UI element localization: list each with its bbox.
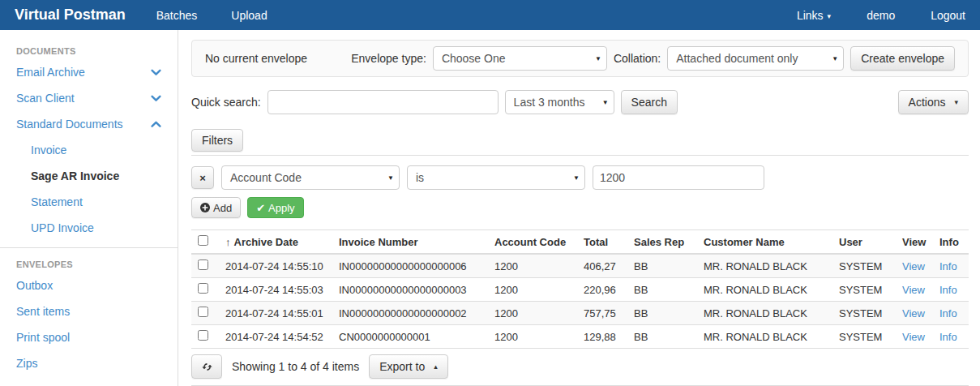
view-link[interactable]: View [902, 307, 925, 320]
remove-filter-button[interactable]: × [191, 166, 214, 189]
sidebar-item-zips[interactable]: Zips [0, 350, 178, 376]
cell-account-code: 1200 [488, 325, 577, 349]
cell-account-code: 1200 [488, 254, 577, 278]
cell-archive-date: 2014-07-24 14:55:03 [219, 278, 332, 302]
header-customer-name[interactable]: Customer Name [697, 230, 832, 255]
cell-sales-rep: BB [627, 302, 697, 325]
header-sales-rep[interactable]: Sales Rep [627, 230, 697, 255]
cell-user: SYSTEM [832, 302, 896, 325]
view-link[interactable]: View [902, 284, 925, 296]
envelope-status: No current envelope [205, 52, 307, 65]
add-filter-button[interactable]: Add [191, 197, 241, 218]
header-account-code[interactable]: Account Code [488, 230, 577, 255]
header-user[interactable]: User [832, 230, 896, 255]
apply-filter-button[interactable]: ✔ Apply [247, 197, 303, 218]
envelope-panel: No current envelope Envelope type: Choos… [191, 40, 969, 77]
sidebar-header-envelopes: ENVELOPES [0, 250, 178, 272]
sidebar-item-outbox[interactable]: Outbox [0, 272, 178, 298]
caret-down-icon: ▾ [954, 98, 958, 106]
quick-search-row: Quick search: Last 3 months ▼ Search Act… [191, 90, 969, 114]
filter-field-select[interactable]: Account Code ▼ [221, 165, 400, 190]
cell-archive-date: 2014-07-24 14:54:52 [219, 325, 332, 349]
cell-customer-name: MR. RONALD BLACK [697, 278, 832, 302]
quick-search-input[interactable] [267, 90, 499, 114]
select-caret-icon: ▼ [827, 55, 838, 62]
info-link[interactable]: Info [939, 307, 957, 320]
cell-total: 406,27 [577, 254, 627, 278]
row-checkbox[interactable] [198, 283, 208, 294]
table-footer: Showing 1 to 4 of 4 items Export to ▴ [191, 349, 969, 386]
filters-section: Filters × Account Code ▼ is ▼ [191, 129, 969, 218]
cell-invoice-number: IN00000000000000000002 [332, 302, 488, 325]
cell-user: SYSTEM [832, 254, 896, 278]
table-row: 2014-07-24 14:55:03 IN000000000000000000… [191, 278, 969, 302]
cell-invoice-number: IN00000000000000000003 [332, 278, 488, 302]
sidebar: DOCUMENTS Email Archive Scan Client Stan… [0, 30, 178, 386]
cell-total: 757,75 [577, 302, 627, 325]
cell-account-code: 1200 [488, 278, 577, 302]
search-button[interactable]: Search [621, 90, 678, 114]
brand-logo[interactable]: Virtual Postman [15, 6, 126, 24]
chevron-down-icon [151, 69, 161, 76]
row-checkbox[interactable] [198, 259, 208, 270]
header-total[interactable]: Total [577, 230, 627, 255]
quick-search-label: Quick search: [191, 96, 261, 109]
check-icon: ✔ [256, 202, 265, 214]
nav-user[interactable]: demo [867, 9, 895, 22]
header-archive-date[interactable]: ↑Archive Date [219, 230, 332, 255]
cell-account-code: 1200 [488, 302, 577, 325]
refresh-button[interactable] [191, 354, 222, 379]
sidebar-item-sage-ar-invoice[interactable]: Sage AR Invoice [0, 163, 178, 189]
collation-select[interactable]: Attached document only ▼ [667, 46, 844, 71]
cell-sales-rep: BB [627, 278, 697, 302]
sidebar-divider [0, 247, 178, 248]
select-caret-icon: ▼ [383, 174, 394, 182]
info-link[interactable]: Info [939, 284, 957, 296]
header-invoice-number[interactable]: Invoice Number [332, 230, 488, 255]
caret-up-icon: ▴ [434, 362, 438, 371]
sidebar-item-statement[interactable]: Statement [0, 189, 178, 215]
actions-button[interactable]: Actions ▾ [898, 90, 969, 114]
sidebar-item-scan-client[interactable]: Scan Client [0, 85, 178, 111]
header-select-all [191, 230, 219, 255]
nav-logout[interactable]: Logout [931, 9, 965, 22]
info-link[interactable]: Info [939, 331, 957, 343]
sidebar-item-sent-items[interactable]: Sent items [0, 298, 178, 324]
top-navbar: Virtual Postman Batches Upload Links▾ de… [0, 0, 980, 30]
cell-total: 220,96 [577, 278, 627, 302]
table-row: 2014-07-24 14:55:01 IN000000000000000000… [191, 302, 969, 325]
view-link[interactable]: View [902, 260, 925, 272]
table-row: 2014-07-24 14:55:10 IN000000000000000000… [191, 254, 969, 278]
row-checkbox[interactable] [198, 307, 208, 317]
nav-links-dropdown[interactable]: Links▾ [797, 9, 831, 22]
filter-operator-select[interactable]: is ▼ [407, 165, 585, 190]
envelope-type-select[interactable]: Choose One ▼ [433, 46, 607, 71]
sidebar-item-invoice[interactable]: Invoice [0, 137, 178, 163]
filter-value-input[interactable] [593, 165, 764, 190]
sidebar-item-print-spool[interactable]: Print spool [0, 324, 178, 350]
row-checkbox[interactable] [198, 330, 208, 341]
export-to-button[interactable]: Export to ▴ [369, 354, 448, 379]
envelope-type-label: Envelope type: [351, 52, 426, 65]
cell-customer-name: MR. RONALD BLACK [697, 302, 832, 325]
select-all-checkbox[interactable] [198, 235, 208, 246]
filter-row: × Account Code ▼ is ▼ [191, 165, 969, 190]
view-link[interactable]: View [902, 331, 925, 343]
plus-circle-icon [200, 203, 210, 212]
filters-toggle-button[interactable]: Filters [191, 129, 243, 152]
nav-upload[interactable]: Upload [231, 9, 267, 22]
sidebar-item-upd-invoice[interactable]: UPD Invoice [0, 215, 178, 241]
create-envelope-button[interactable]: Create envelope [850, 46, 955, 71]
info-link[interactable]: Info [939, 260, 957, 272]
sidebar-item-email-archive[interactable]: Email Archive [0, 59, 178, 85]
cell-archive-date: 2014-07-24 14:55:10 [219, 254, 332, 278]
period-select[interactable]: Last 3 months ▼ [505, 90, 614, 114]
main-content: No current envelope Envelope type: Choos… [178, 30, 980, 386]
caret-down-icon: ▾ [828, 12, 832, 20]
header-info: Info [933, 230, 969, 255]
filters-body: × Account Code ▼ is ▼ Add [191, 155, 969, 218]
header-view: View [896, 230, 933, 255]
refresh-icon [202, 362, 212, 372]
sidebar-item-standard-documents[interactable]: Standard Documents [0, 111, 178, 137]
nav-batches[interactable]: Batches [156, 9, 198, 22]
